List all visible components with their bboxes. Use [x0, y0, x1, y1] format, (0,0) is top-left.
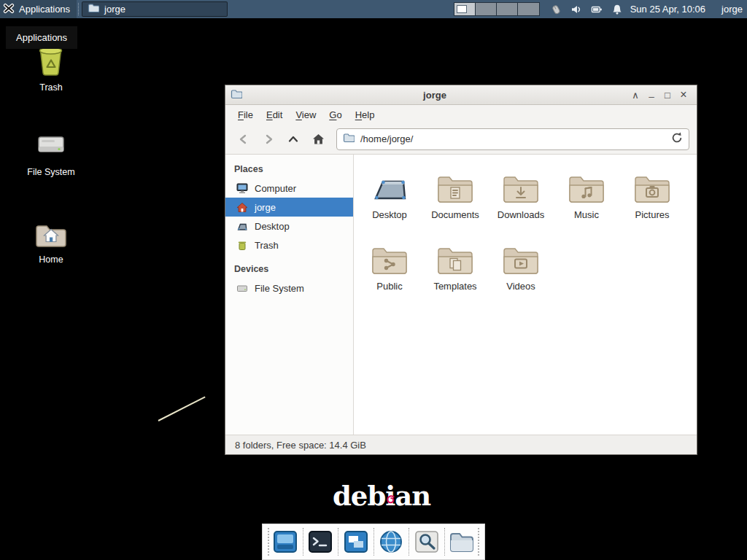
menu-bar: File Edit View Go Help — [225, 105, 697, 124]
sidebar-item-jorge[interactable]: jorge — [225, 198, 353, 217]
file-item-downloads[interactable]: Downloads — [488, 166, 554, 238]
desktop-icon-label: Trash — [18, 82, 84, 93]
dock-separator — [374, 528, 374, 556]
dock-separator — [338, 528, 338, 556]
menu-file[interactable]: File — [231, 107, 260, 122]
status-text: 8 folders, Free space: 14.4 GiB — [235, 440, 366, 451]
dock-panel — [262, 524, 485, 560]
desktop-display-icon[interactable] — [271, 528, 299, 556]
dock-handle[interactable] — [478, 528, 479, 556]
folder-music-icon — [568, 166, 605, 204]
menu-go[interactable]: Go — [322, 107, 348, 122]
file-icon-view: Desktop Documents — [354, 155, 697, 435]
workspace-4[interactable] — [518, 3, 539, 15]
location-path[interactable]: /home/jorge/ — [360, 133, 665, 144]
computer-icon — [236, 183, 248, 194]
file-name: Public — [376, 281, 402, 292]
sidebar-item-computer[interactable]: Computer — [225, 179, 353, 198]
menu-edit[interactable]: Edit — [260, 107, 289, 122]
toolbar: /home/jorge/ — [225, 124, 697, 155]
file-item-music[interactable]: Music — [554, 166, 619, 238]
location-bar[interactable]: /home/jorge/ — [336, 128, 689, 150]
devices-header: Devices — [225, 260, 353, 279]
workspace-3[interactable] — [497, 3, 518, 15]
applications-tooltip: Applications — [6, 26, 77, 49]
sidebar-item-trash[interactable]: Trash — [225, 236, 353, 254]
system-tray — [550, 4, 623, 15]
desktop-icon — [236, 221, 248, 232]
debian-wordmark: debian — [333, 480, 430, 512]
file-manager-folder-icon[interactable] — [449, 528, 476, 556]
sidebar-item-filesystem[interactable]: File System — [225, 279, 353, 298]
desktop-special-icon — [371, 166, 409, 204]
sidebar-item-desktop[interactable]: Desktop — [225, 217, 353, 236]
debian-swirl-icon — [386, 479, 395, 511]
minimize-button[interactable]: _ — [643, 87, 659, 103]
window-title: jorge — [242, 90, 627, 101]
dock-separator — [409, 528, 409, 556]
maximize-button[interactable]: □ — [659, 87, 676, 103]
taskbar-window-button[interactable]: jorge — [82, 1, 228, 17]
workspace-1[interactable] — [454, 3, 476, 15]
desktop-icon-trash[interactable]: Trash — [18, 44, 84, 93]
dock-handle[interactable] — [268, 528, 269, 556]
file-item-pictures[interactable]: Pictures — [619, 166, 685, 238]
home-folder-icon — [18, 216, 84, 249]
window-titlebar[interactable]: jorge ∧ _ □ × — [225, 85, 697, 105]
folder-videos-icon — [502, 238, 540, 276]
battery-icon[interactable] — [591, 4, 603, 15]
status-bar: 8 folders, Free space: 14.4 GiB — [225, 435, 697, 454]
back-button[interactable] — [233, 128, 255, 150]
sidebar-item-label: Desktop — [255, 221, 290, 232]
file-item-desktop[interactable]: Desktop — [357, 166, 422, 238]
window-body: Places Computer jorge — [225, 155, 697, 435]
file-name: Downloads — [498, 209, 544, 220]
application-finder-icon[interactable] — [413, 528, 441, 556]
applications-menu-label: Applications — [19, 4, 70, 15]
xfce-logo-icon — [3, 2, 15, 16]
desktop-icon-label: Home — [18, 254, 84, 265]
panel-clock[interactable]: Sun 25 Apr, 10:06 — [630, 4, 705, 15]
terminal-icon[interactable] — [307, 528, 335, 556]
file-name: Videos — [506, 281, 535, 292]
reload-icon[interactable] — [671, 132, 683, 146]
filesystem-drive-icon — [18, 128, 84, 162]
workspace-2[interactable] — [476, 3, 497, 15]
close-button[interactable]: × — [676, 87, 692, 103]
volume-icon[interactable] — [570, 4, 582, 15]
shade-button[interactable]: ∧ — [627, 87, 643, 103]
places-header: Places — [225, 160, 353, 179]
window-icon — [231, 89, 242, 101]
forward-button[interactable] — [258, 128, 279, 150]
workspace-switcher[interactable] — [454, 2, 540, 16]
home-button[interactable] — [307, 128, 329, 150]
workspaces-icon[interactable] — [342, 528, 370, 556]
file-name: Documents — [431, 209, 479, 220]
file-item-videos[interactable]: Videos — [488, 238, 554, 309]
applications-menu-button[interactable]: Applications — [0, 0, 77, 18]
panel-username: jorge — [721, 4, 743, 15]
home-icon — [236, 202, 248, 213]
desktop-screen: Applications jorge — [0, 0, 747, 560]
dock-separator — [444, 528, 445, 556]
location-folder-icon — [343, 133, 355, 145]
file-item-documents[interactable]: Documents — [422, 166, 488, 238]
web-browser-globe-icon[interactable] — [378, 528, 406, 556]
up-button[interactable] — [282, 128, 304, 150]
mouse-icon[interactable] — [550, 4, 562, 15]
notification-bell-icon[interactable] — [611, 4, 623, 15]
drive-icon — [236, 283, 248, 294]
dock-separator — [303, 528, 303, 556]
menu-help[interactable]: Help — [349, 107, 382, 122]
taskbar-window-label: jorge — [104, 4, 125, 15]
top-panel: Applications jorge — [0, 0, 747, 18]
window-folder-icon — [88, 3, 99, 15]
stray-line-artifact — [158, 396, 206, 421]
folder-documents-icon — [436, 166, 474, 204]
desktop-icon-filesystem[interactable]: File System — [18, 128, 84, 177]
folder-pictures-icon — [633, 166, 671, 204]
file-item-templates[interactable]: Templates — [422, 238, 488, 309]
menu-view[interactable]: View — [289, 107, 322, 122]
file-item-public[interactable]: Public — [357, 238, 422, 309]
desktop-icon-home[interactable]: Home — [18, 216, 84, 265]
